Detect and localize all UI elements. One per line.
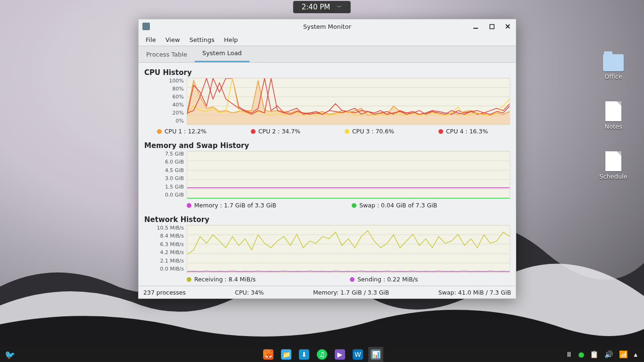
legend-dot-icon	[157, 129, 162, 134]
menu-view[interactable]: View	[161, 35, 184, 45]
status-swap: Swap: 41.0 MiB / 7.3 GiB	[438, 289, 511, 296]
app-icon	[142, 23, 150, 30]
file-icon	[605, 151, 621, 171]
legend-item: Sending : 0.22 MiB/s	[350, 276, 418, 283]
bottom-panel: 🐦 🦊📁⬇♫▶W📊 ⏸ ● 📋 🔊 📶 ▴	[0, 347, 644, 362]
task-sysmonitor[interactable]: 📊	[368, 347, 383, 362]
sysmonitor-icon: 📊	[371, 349, 381, 360]
titlebar[interactable]: System Monitor	[139, 19, 516, 33]
volume-icon[interactable]: 🔊	[604, 350, 613, 359]
window-title: System Monitor	[303, 23, 351, 30]
legend-dot-icon	[187, 277, 191, 282]
menubar: FileViewSettingsHelp	[139, 33, 516, 46]
filemanager-icon: 📁	[281, 349, 291, 360]
mem-yaxis: 7.5 GiB6.0 GiB4.5 GiB3.0 GiB1.5 GiB0.0 G…	[144, 151, 187, 198]
minimize-button[interactable]	[468, 19, 484, 33]
legend-dot-icon	[251, 129, 256, 134]
top-clock[interactable]: 2:40 PM ﹀	[293, 1, 351, 13]
cpu-history-title: CPU History	[144, 68, 510, 77]
task-player[interactable]: ▶	[332, 347, 347, 362]
net-history-title: Network History	[144, 215, 510, 224]
start-menu-icon[interactable]: 🐦	[5, 350, 15, 360]
legend-item: CPU 4 : 16.3%	[438, 128, 488, 135]
legend-item: CPU 1 : 12.2%	[157, 128, 206, 135]
status-pause-icon[interactable]: ⏸	[565, 350, 572, 359]
desktop-icon-notes[interactable]: Notes	[597, 101, 630, 130]
task-filemanager[interactable]: 📁	[279, 347, 294, 362]
desktop-icon-schedule[interactable]: Schedule	[597, 151, 630, 180]
desktop-icon-label: Office	[604, 73, 622, 80]
spotify-icon: ♫	[317, 349, 327, 360]
task-wps[interactable]: W	[350, 347, 365, 362]
legend-item: Memory : 1.7 GiB of 3.3 GiB	[187, 202, 276, 209]
mem-history-title: Memory and Swap History	[144, 141, 510, 150]
mem-plot	[187, 151, 510, 199]
net-plot	[187, 225, 510, 273]
status-ok-icon[interactable]: ●	[578, 350, 584, 359]
clipboard-icon[interactable]: 📋	[590, 350, 599, 359]
firefox-icon: 🦊	[263, 349, 273, 360]
wps-icon: W	[353, 349, 363, 360]
system-tray: ⏸ ● 📋 🔊 📶 ▴	[565, 350, 637, 359]
tab-system-load[interactable]: System Load	[195, 45, 249, 62]
legend-item: CPU 2 : 34.7%	[251, 128, 300, 135]
svg-rect-1	[490, 25, 494, 29]
clock-time: 2:40 PM	[302, 3, 330, 11]
task-firefox[interactable]: 🦊	[261, 347, 276, 362]
net-yaxis: 10.5 MiB/s8.4 MiB/s6.3 MiB/s4.2 MiB/s2.1…	[144, 225, 187, 272]
taskbar-apps: 🦊📁⬇♫▶W📊	[261, 347, 383, 362]
menu-file[interactable]: File	[141, 35, 160, 45]
task-spotify[interactable]: ♫	[314, 347, 330, 362]
system-monitor-window: System Monitor FileViewSettingsHelp Proc…	[138, 19, 516, 299]
status-cpu: CPU: 34%	[235, 289, 264, 296]
desktop-icon-office[interactable]: Office	[597, 54, 630, 80]
player-icon: ▶	[335, 349, 345, 360]
legend-dot-icon	[350, 277, 355, 282]
legend-dot-icon	[438, 129, 443, 134]
legend-dot-icon	[187, 203, 191, 208]
maximize-button[interactable]	[484, 19, 500, 33]
net-legend: Receiving : 8.4 MiB/sSending : 0.22 MiB/…	[144, 273, 510, 286]
legend-dot-icon	[345, 129, 349, 134]
cpu-legend: CPU 1 : 12.2%CPU 2 : 34.7%CPU 3 : 70.6%C…	[144, 125, 510, 138]
legend-item: CPU 3 : 70.6%	[345, 128, 394, 135]
cpu-yaxis: 100%80%60%40%20%0%	[144, 78, 187, 124]
status-memory: Memory: 1.7 GiB / 3.3 GiB	[313, 289, 389, 296]
menu-settings[interactable]: Settings	[185, 35, 219, 45]
cpu-plot	[187, 78, 510, 125]
tab-strip: Process TableSystem Load	[139, 46, 516, 63]
tray-expand-icon[interactable]: ▴	[634, 350, 637, 359]
menu-help[interactable]: Help	[220, 35, 242, 45]
tab-process-table[interactable]: Process Table	[139, 47, 195, 62]
legend-item: Receiving : 8.4 MiB/s	[187, 276, 256, 283]
mem-legend: Memory : 1.7 GiB of 3.3 GiBSwap : 0.04 G…	[144, 199, 510, 212]
software-icon: ⬇	[299, 349, 309, 360]
network-icon[interactable]: 📶	[619, 350, 628, 359]
folder-icon	[603, 54, 624, 71]
legend-item: Swap : 0.04 GiB of 7.3 GiB	[352, 202, 437, 209]
close-button[interactable]	[500, 19, 516, 33]
task-software[interactable]: ⬇	[297, 347, 312, 362]
legend-dot-icon	[352, 203, 356, 208]
desktop-icon-label: Schedule	[599, 173, 627, 180]
file-icon	[605, 101, 621, 121]
status-processes: 237 processes	[143, 289, 186, 296]
chevron-down-icon: ﹀	[337, 3, 342, 11]
desktop-icon-label: Notes	[604, 123, 622, 130]
statusbar: 237 processes CPU: 34% Memory: 1.7 GiB /…	[139, 286, 516, 298]
